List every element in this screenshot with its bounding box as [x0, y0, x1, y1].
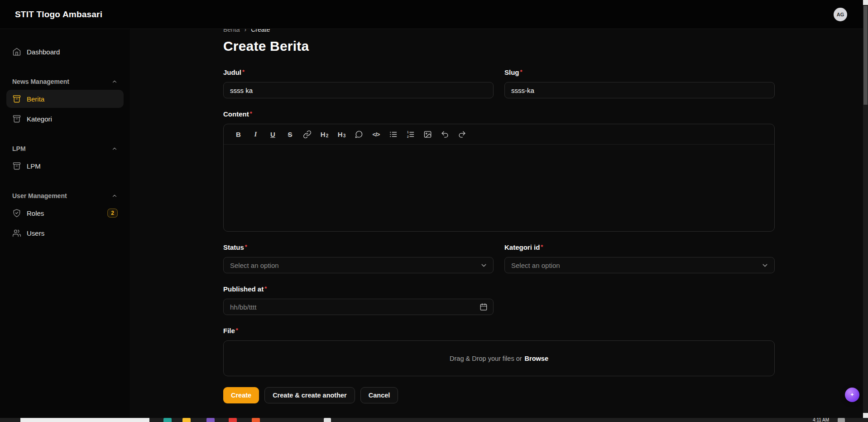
group-label: LPM	[12, 145, 26, 152]
ordered-list-icon: 1 2	[406, 130, 415, 139]
sidebar-item-label: Berita	[27, 95, 44, 103]
create-and-create-another-button[interactable]: Create & create another	[264, 387, 355, 403]
breadcrumb-root[interactable]: Berita	[223, 29, 240, 33]
judul-input[interactable]	[223, 82, 494, 98]
code-button[interactable]: </>	[369, 128, 383, 141]
underline-button[interactable]: U	[266, 128, 279, 141]
editor-content-area[interactable]	[224, 145, 774, 231]
sidebar-nav: Dashboard News Management Berita	[6, 43, 124, 242]
bold-button[interactable]: B	[232, 128, 245, 141]
taskbar-app-icon[interactable]	[229, 418, 237, 422]
sidebar-group-news-management[interactable]: News Management	[12, 78, 118, 85]
required-marker: *	[541, 243, 543, 250]
attach-image-button[interactable]	[421, 128, 434, 141]
taskbar-app-icon[interactable]	[252, 418, 260, 422]
kategori-id-label: Kategori id*	[504, 243, 775, 253]
scrollbar-thumb[interactable]	[863, 6, 868, 105]
kategori-id-select[interactable]: Select an option	[504, 257, 775, 273]
redo-button[interactable]	[456, 128, 469, 141]
h3-icon: H	[338, 131, 343, 138]
sidebar-item-dashboard[interactable]: Dashboard	[6, 43, 124, 61]
published-at-date-input[interactable]	[223, 299, 494, 315]
slug-field: Slug*	[504, 68, 775, 98]
bullet-list-button[interactable]	[387, 128, 400, 141]
scroll-down-arrow[interactable]	[863, 413, 868, 418]
judul-label: Judul*	[223, 68, 494, 78]
sidebar-item-label: Dashboard	[27, 48, 60, 56]
file-label: File*	[223, 326, 775, 336]
sidebar-group-user-management[interactable]: User Management	[12, 192, 118, 199]
main-content: Berita › Create Create Berita Judul*	[130, 29, 868, 418]
taskbar-app-icon[interactable]	[163, 418, 172, 422]
shield-check-icon	[12, 209, 21, 218]
user-avatar[interactable]: AG	[834, 8, 847, 21]
h2-icon: H	[321, 131, 326, 138]
required-marker: *	[264, 285, 267, 292]
taskbar-window-button[interactable]	[20, 418, 149, 422]
create-berita-form: Judul* Slug* Content*	[223, 68, 775, 376]
published-at-label: Published at*	[223, 284, 494, 295]
required-marker: *	[520, 68, 523, 75]
calendar-icon[interactable]	[480, 303, 488, 311]
sidebar-item-lpm[interactable]: LPM	[6, 157, 124, 175]
rich-text-editor: B I U S H2 H3	[223, 124, 775, 232]
sidebar-item-label: Kategori	[27, 115, 52, 123]
undo-button[interactable]	[438, 128, 451, 141]
chevron-up-icon	[111, 146, 118, 152]
published-at-field: Published at*	[223, 284, 494, 315]
link-icon	[303, 130, 312, 139]
undo-icon	[441, 130, 449, 139]
taskbar-app-icon[interactable]	[324, 418, 331, 422]
ordered-list-button[interactable]: 1 2	[404, 128, 417, 141]
code-icon: </>	[373, 131, 380, 138]
blockquote-button[interactable]	[352, 128, 365, 141]
kategori-id-field: Kategori id* Select an option	[504, 243, 775, 273]
slug-input[interactable]	[504, 82, 775, 98]
sidebar-item-berita[interactable]: Berita	[6, 90, 124, 108]
sidebar-group-lpm[interactable]: LPM	[12, 145, 118, 152]
breadcrumb-separator-icon: ›	[245, 29, 247, 33]
dropzone-text: Drag & Drop your files or	[450, 355, 522, 362]
taskbar-app-icon[interactable]	[206, 418, 215, 422]
italic-button[interactable]: I	[249, 128, 262, 141]
group-label: User Management	[12, 192, 67, 199]
app-layout: Dashboard News Management Berita	[0, 29, 868, 418]
chevron-down-icon	[761, 262, 769, 269]
chevron-down-icon	[480, 262, 488, 269]
sidebar-item-users[interactable]: Users	[6, 224, 124, 242]
brand-title: STIT Tlogo Ambasari	[15, 10, 102, 19]
required-marker: *	[242, 68, 245, 75]
group-label: News Management	[12, 78, 69, 85]
content-field: Content* B I U S	[223, 109, 775, 232]
status-select[interactable]: Select an option	[223, 257, 494, 273]
page-title: Create Berita	[223, 39, 775, 54]
archive-box-icon	[12, 114, 21, 123]
heading2-button[interactable]: H2	[318, 128, 331, 141]
heading3-button[interactable]: H3	[335, 128, 348, 141]
bullet-list-icon	[389, 130, 398, 139]
form-actions: Create Create & create another Cancel	[223, 387, 775, 403]
browse-link[interactable]: Browse	[525, 355, 548, 362]
browser-extension-fab[interactable]	[845, 388, 859, 402]
home-icon	[12, 47, 21, 56]
users-icon	[12, 228, 21, 238]
strikethrough-button[interactable]: S	[283, 128, 297, 141]
sidebar-item-label: Roles	[27, 209, 44, 217]
link-button[interactable]	[301, 128, 314, 141]
scrollbar[interactable]	[863, 0, 868, 418]
judul-field: Judul*	[223, 68, 494, 98]
scroll-up-arrow[interactable]	[863, 0, 868, 5]
taskbar-app-icon[interactable]	[182, 418, 191, 422]
create-button[interactable]: Create	[223, 387, 259, 403]
cancel-button[interactable]: Cancel	[360, 387, 398, 403]
topbar: STIT Tlogo Ambasari AG	[0, 0, 868, 29]
file-dropzone[interactable]: Drag & Drop your files or Browse	[223, 340, 775, 376]
bold-icon: B	[236, 131, 241, 138]
sidebar-item-kategori[interactable]: Kategori	[6, 110, 124, 128]
archive-box-icon	[12, 161, 21, 170]
strikethrough-icon: S	[288, 131, 292, 138]
sidebar-item-roles[interactable]: Roles 2	[6, 204, 124, 222]
taskbar-tray-icon[interactable]	[838, 418, 845, 422]
select-placeholder: Select an option	[230, 262, 279, 269]
editor-toolbar: B I U S H2 H3	[224, 124, 774, 145]
